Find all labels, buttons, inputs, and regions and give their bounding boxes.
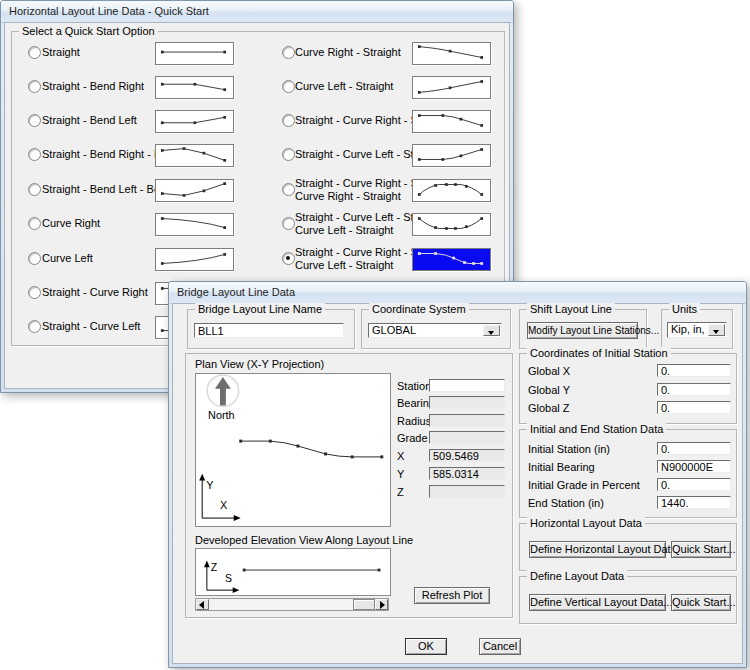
- bridge-name-input[interactable]: [194, 323, 344, 338]
- row-value-field[interactable]: 0.: [657, 383, 731, 396]
- row-value-field[interactable]: 1440.: [657, 496, 731, 509]
- quick-start-option-radio[interactable]: [28, 252, 41, 265]
- quick-start-option-radio[interactable]: [28, 217, 41, 230]
- modify-layout-line-stations-button[interactable]: Modify Layout Line Stations...: [527, 322, 638, 339]
- coordinates-group-label: Coordinates of Initial Station: [527, 347, 671, 359]
- define-vertical-layout-data-button[interactable]: Define Vertical Layout Data...: [529, 594, 666, 611]
- bridge-layout-dialog: Bridge Layout Line Data Bridge Layout Li…: [168, 281, 747, 668]
- svg-text:X: X: [220, 499, 227, 511]
- quick-start-option-radio[interactable]: [28, 80, 41, 93]
- quick-start-option-preview[interactable]: [412, 248, 491, 271]
- quick-start-option-preview[interactable]: [412, 213, 491, 236]
- quick-start-option-radio[interactable]: [28, 46, 41, 59]
- quick-start-option-radio[interactable]: [28, 320, 41, 333]
- readout-field-y: 585.0314: [429, 467, 505, 480]
- units-dropdown-button[interactable]: [708, 324, 725, 336]
- quick-start-titlebar[interactable]: Horizontal Layout Line Data - Quick Star…: [1, 1, 513, 23]
- coordinate-system-dropdown-button[interactable]: [483, 325, 500, 336]
- readout-field-x: 509.5469: [429, 449, 505, 462]
- row-value-field[interactable]: 0.: [657, 442, 731, 455]
- north-arrow-icon: [215, 377, 231, 406]
- quick-start-option-preview[interactable]: [412, 179, 491, 202]
- row-value-field[interactable]: 0.: [657, 401, 731, 414]
- quick-start-title: Horizontal Layout Line Data - Quick Star…: [9, 5, 209, 17]
- quick-start-option-label: Straight - Bend Right: [42, 80, 144, 92]
- desktop: { "colors": { "selected_preview_backgrou…: [0, 0, 750, 670]
- quick-start-option-radio[interactable]: [28, 148, 41, 161]
- coordinate-system-select[interactable]: GLOBAL: [368, 323, 502, 338]
- quick-start-option-label: Straight - Curve Left: [42, 320, 140, 332]
- scrollbar-right-arrow-icon[interactable]: [375, 599, 388, 610]
- shift-layout-line-group: Shift Layout Line Modify Layout Line Sta…: [519, 309, 647, 349]
- row-label: End Station (in): [528, 497, 604, 509]
- elevation-scrollbar[interactable]: [195, 598, 389, 611]
- scrollbar-thumb[interactable]: [353, 599, 375, 610]
- scrollbar-left-arrow-icon[interactable]: [196, 599, 209, 610]
- coordinate-system-value: GLOBAL: [372, 324, 416, 336]
- svg-text:North: North: [208, 409, 235, 421]
- quick-start-option-preview[interactable]: [155, 76, 234, 99]
- coordinate-system-group-label: Coordinate System: [369, 303, 469, 315]
- quick-start-option-label: Curve Left - Straight: [295, 224, 393, 236]
- quick-start-option-preview[interactable]: [412, 110, 491, 133]
- initial-end-station-group: Initial and End Station Data Initial Sta…: [519, 429, 737, 518]
- units-select[interactable]: Kip, in, F: [667, 322, 727, 338]
- plot-area-group: Plan View (X-Y Projection) NorthYX Stati…: [185, 353, 513, 618]
- row-value-field[interactable]: 0.: [657, 478, 731, 491]
- quick-start-option-radio[interactable]: [28, 183, 41, 196]
- quick-start-option-label: Straight: [42, 46, 80, 58]
- readout-label: X: [397, 450, 404, 462]
- row-value-field[interactable]: N900000E: [657, 460, 731, 473]
- quick-start-option-preview[interactable]: [155, 42, 234, 65]
- readout-field-z: [429, 485, 505, 498]
- quick-start-option-radio[interactable]: [282, 183, 295, 196]
- vertical-quick-start-button[interactable]: Quick Start...: [671, 594, 731, 611]
- row-label: Initial Station (in): [528, 443, 610, 455]
- row-label: Global Z: [528, 402, 570, 414]
- define-layout-data-group: Define Layout Data Define Vertical Layou…: [519, 576, 737, 624]
- readout-field-station[interactable]: [429, 379, 505, 392]
- chevron-down-icon: [488, 331, 494, 338]
- readout-label: Grade: [397, 432, 428, 444]
- refresh-plot-button[interactable]: Refresh Plot: [414, 587, 490, 604]
- quick-start-option-preview[interactable]: [155, 144, 234, 167]
- quick-start-option-radio[interactable]: [28, 286, 41, 299]
- shift-layout-group-label: Shift Layout Line: [527, 303, 615, 315]
- quick-start-option-radio[interactable]: [282, 114, 295, 127]
- quick-start-option-label: Curve Left - Straight: [295, 259, 393, 271]
- horizontal-quick-start-button[interactable]: Quick Start...: [671, 541, 731, 558]
- row-value-field[interactable]: 0.: [657, 364, 731, 377]
- bridge-dialog-titlebar[interactable]: Bridge Layout Line Data: [169, 282, 746, 304]
- readout-field-bearing: [429, 396, 505, 409]
- ok-button[interactable]: OK: [405, 638, 447, 655]
- quick-start-option-preview[interactable]: [155, 179, 234, 202]
- cancel-button[interactable]: Cancel: [479, 638, 521, 655]
- quick-start-option-preview[interactable]: [412, 42, 491, 65]
- define-horizontal-layout-data-button[interactable]: Define Horizontal Layout Data...: [529, 541, 666, 558]
- quick-start-option-preview[interactable]: [412, 144, 491, 167]
- quick-start-option-radio[interactable]: [282, 148, 295, 161]
- quick-start-option-label: Curve Left - Straight: [295, 80, 393, 92]
- quick-start-option-radio[interactable]: [282, 252, 295, 265]
- quick-start-option-label: Straight - Bend Left: [42, 114, 137, 126]
- quick-start-option-preview[interactable]: [155, 213, 234, 236]
- row-label: Initial Bearing: [528, 461, 595, 473]
- quick-start-option-label: Straight - Curve Right: [42, 286, 148, 298]
- quick-start-option-preview[interactable]: [155, 248, 234, 271]
- quick-start-option-preview[interactable]: [155, 110, 234, 133]
- quick-start-option-radio[interactable]: [282, 80, 295, 93]
- elevation-view-plot: ZS: [195, 548, 391, 596]
- plan-view-label: Plan View (X-Y Projection): [195, 358, 324, 370]
- readout-label: Y: [397, 468, 404, 480]
- svg-text:Z: Z: [211, 561, 218, 573]
- quick-start-group-label: Select a Quick Start Option: [19, 25, 158, 37]
- quick-start-option-radio[interactable]: [282, 46, 295, 59]
- quick-start-option-label: Curve Right - Straight: [295, 46, 401, 58]
- readout-label: Radius: [397, 415, 431, 427]
- quick-start-option-preview[interactable]: [412, 76, 491, 99]
- svg-text:Y: Y: [206, 479, 213, 491]
- quick-start-option-radio[interactable]: [282, 217, 295, 230]
- quick-start-option-radio[interactable]: [28, 114, 41, 127]
- row-label: Initial Grade in Percent: [528, 479, 640, 491]
- quick-start-option-label: Curve Left: [42, 252, 93, 264]
